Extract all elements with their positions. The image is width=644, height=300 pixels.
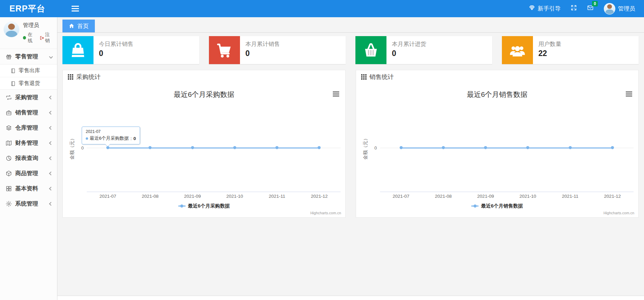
cube-icon [5,170,12,177]
panel-title: 销售统计 [370,73,394,81]
online-status-dot-icon [23,36,26,39]
th-grid-icon [361,74,367,80]
chart-tooltip: 2021-07 最近6个月采购数据: 0 [82,127,140,144]
x-axis-label: 2021-09 [184,194,201,199]
sidebar-item-retail-out[interactable]: 零售出库 [0,64,57,77]
guide-button[interactable]: 新手引导 [529,5,561,12]
series-marker-icon [86,137,88,140]
data-point[interactable] [149,146,152,149]
stat-card-month-purchase[interactable]: 本月累计进货 0 [355,36,492,64]
data-point[interactable] [275,146,278,149]
legend-item[interactable]: 最近6个月销售数据 [471,203,523,209]
x-axis-label: 2021-07 [100,194,116,199]
panel-title: 采购统计 [76,73,101,81]
notebook-icon [10,68,16,74]
sidebar-item-goods[interactable]: 商品管理 [0,166,57,181]
stat-card-month-sales[interactable]: 本月累计销售 0 [209,36,346,64]
data-point[interactable] [191,146,194,149]
stat-card-today-sales[interactable]: 今日累计销售 0 [62,36,199,64]
chevron-left-icon [49,96,53,99]
series-line [108,147,319,148]
home-icon [69,23,75,29]
stat-label: 今日累计销售 [99,40,133,48]
sidebar-toggle-icon[interactable] [72,4,79,13]
purchase-stats-panel: 采购统计 最近6个月采购数据 金额（元） 0 [62,70,346,218]
chevron-left-icon [49,111,53,114]
navbar-user-name: 管理员 [618,5,635,12]
sidebar-item-reports[interactable]: 报表查询 [0,151,57,166]
data-point[interactable] [611,146,614,149]
x-axis-label: 2021-09 [477,194,494,199]
user-menu[interactable]: 管理员 [604,3,635,15]
messages-button[interactable]: 0 [587,4,594,13]
sidebar-menu: 零售管理 零售出库 零售退货 [0,49,57,211]
purchase-chart: 最近6个月采购数据 金额（元） 0 [63,84,345,217]
data-point[interactable] [526,146,529,149]
highcharts-credits-link[interactable]: Highcharts.com.cn [310,211,341,215]
tab-home[interactable]: 首页 [62,20,95,32]
chevron-left-icon [49,202,53,206]
top-navbar: ERP平台 新手引导 0 管理员 [0,0,644,17]
sidebar-item-warehouse[interactable]: 仓库管理 [0,120,57,135]
stat-value: 22 [538,49,561,58]
chevron-left-icon [49,156,53,160]
data-point[interactable] [400,146,403,149]
fullscreen-button[interactable] [571,5,577,12]
gear-icon [5,200,12,207]
stat-value: 0 [99,49,133,58]
stat-card-user-count[interactable]: 用户数量 22 [502,36,639,64]
stat-label: 本月累计进货 [392,40,426,48]
logout-button[interactable]: 注销 [39,32,54,44]
guide-label: 新手引导 [538,5,561,12]
x-axis-label: 2021-12 [604,194,621,199]
pie-chart-icon [5,155,12,162]
stat-label: 本月累计销售 [245,40,280,48]
y-axis-tick: 0 [370,145,377,151]
sidebar-item-finance[interactable]: 财务管理 [0,135,57,151]
x-axis-label: 2021-07 [393,194,409,199]
series-line [401,147,612,148]
chevron-left-icon [49,126,53,130]
sidebar-item-retail[interactable]: 零售管理 [0,49,57,64]
sales-stats-panel: 销售统计 最近6个月销售数据 金额（元） 0 [356,70,639,218]
gift-icon [5,53,12,60]
sidebar-user-panel: 管理员 在线 注销 [0,17,57,47]
x-axis-label: 2021-11 [269,194,285,199]
highcharts-credits-link[interactable]: Highcharts.com.cn [603,211,634,215]
stat-value: 0 [392,49,426,58]
retail-submenu: 零售出库 零售退货 [0,64,57,90]
data-point[interactable] [569,146,572,149]
data-point[interactable] [484,146,487,149]
chevron-down-icon [49,55,53,58]
fullscreen-icon [571,5,577,12]
footer-strip [57,296,644,300]
data-point[interactable] [318,146,321,149]
data-point[interactable] [442,146,445,149]
sidebar-item-basic-data[interactable]: 基本资料 [0,181,57,196]
layers-icon [5,125,12,131]
avatar [3,21,20,37]
online-status-label: 在线 [28,32,36,44]
x-axis-label: 2021-10 [519,194,536,199]
y-axis-title: 金额（元） [69,136,75,160]
ledger-icon [5,140,12,146]
sales-chart: 最近6个月销售数据 金额（元） 0 [356,84,639,217]
tooltip-category: 2021-07 [86,129,136,134]
stat-label: 用户数量 [538,40,561,48]
grid-icon [5,185,12,192]
sidebar-item-system[interactable]: 系统管理 [0,196,57,211]
y-axis-title: 金额（元） [363,136,369,160]
chevron-left-icon [49,171,53,175]
briefcase-icon [5,109,12,116]
x-axis-label: 2021-10 [226,194,243,199]
shopping-bag-icon [62,36,93,64]
tooltip-series: 最近6个月采购数据 [90,135,129,141]
th-grid-icon [68,74,73,80]
avatar [604,3,615,15]
data-point[interactable] [233,146,236,149]
sidebar-item-purchase[interactable]: 采购管理 [0,90,57,105]
main-area: 首页 今日累计销售 0 [57,17,644,300]
sidebar-item-retail-return[interactable]: 零售退货 [0,77,57,89]
sidebar-item-sales[interactable]: 销售管理 [0,105,57,120]
legend-item[interactable]: 最近6个月采购数据 [178,203,230,209]
